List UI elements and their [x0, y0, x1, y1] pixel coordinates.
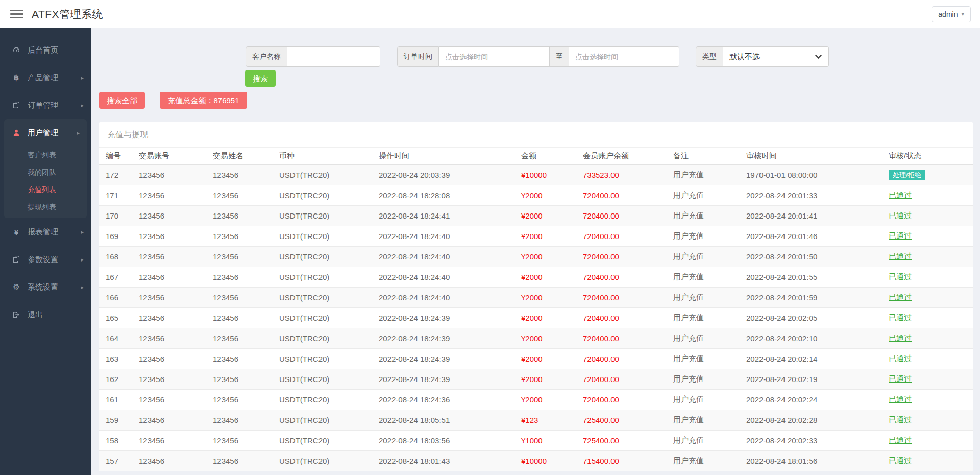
- sidebar-item-label: 后台首页: [28, 45, 84, 55]
- cell-remark: 用户充值: [673, 308, 746, 328]
- order-time-group: 订单时间 至: [397, 46, 679, 67]
- customer-name-group: 客户名称: [246, 46, 380, 67]
- cell-balance: 715400.00: [583, 451, 673, 471]
- sidebar-item-退出[interactable]: 退出: [0, 301, 91, 328]
- column-header: 金额: [521, 148, 583, 165]
- cell-status: 已通过: [889, 431, 973, 451]
- column-header: 交易账号: [139, 148, 213, 165]
- cell-currency: USDT(TRC20): [279, 185, 379, 206]
- cell-op-time: 2022-08-24 18:24:39: [379, 349, 521, 369]
- cell-id: 157: [99, 451, 139, 471]
- status-pass-link[interactable]: 已通过: [889, 436, 912, 444]
- cell-audit-time: 2022-08-24 20:02:28: [746, 410, 889, 431]
- cell-balance: 720400.00: [583, 369, 673, 390]
- cell-id: 165: [99, 308, 139, 328]
- status-pass-link[interactable]: 已通过: [889, 313, 912, 322]
- cell-audit-time: 2022-08-24 20:01:55: [746, 267, 889, 288]
- sidebar-item-产品管理[interactable]: ฿产品管理▸: [0, 64, 91, 91]
- status-pass-link[interactable]: 已通过: [889, 334, 912, 342]
- menu-toggle-icon[interactable]: [10, 10, 23, 18]
- cell-balance: 733523.00: [583, 165, 673, 185]
- cell-currency: USDT(TRC20): [279, 369, 379, 390]
- sidebar-subitem-客户列表[interactable]: 客户列表: [4, 147, 87, 164]
- sidebar-item-label: 退出: [28, 310, 84, 320]
- cell-account: 123456: [139, 185, 213, 206]
- cell-audit-time: 2022-08-24 20:02:24: [746, 390, 889, 410]
- status-action-badge[interactable]: 处理/拒绝: [889, 170, 925, 180]
- cell-id: 171: [99, 185, 139, 206]
- cell-balance: 725400.00: [583, 410, 673, 431]
- user-dropdown[interactable]: admin ▾: [932, 6, 971, 22]
- status-pass-link[interactable]: 已通过: [889, 293, 912, 301]
- customer-name-input[interactable]: [287, 46, 380, 67]
- sidebar-subitem-提现列表[interactable]: 提现列表: [4, 199, 87, 216]
- quick-buttons-row: 搜索全部 充值总金额：876951: [99, 92, 973, 109]
- sidebar-item-后台首页[interactable]: 后台首页: [0, 36, 91, 64]
- filter-row: 客户名称 订单时间 至 类型 默认不选: [99, 46, 973, 67]
- cell-remark: 用户充值: [673, 369, 746, 390]
- status-pass-link[interactable]: 已通过: [889, 231, 912, 240]
- table-row: 162123456123456USDT(TRC20)2022-08-24 18:…: [99, 369, 973, 390]
- cell-audit-time: 2022-08-24 20:02:33: [746, 431, 889, 451]
- sidebar-item-报表管理[interactable]: ¥报表管理▸: [0, 218, 91, 246]
- order-time-start-input[interactable]: [439, 46, 550, 67]
- cell-op-time: 2022-08-24 18:01:43: [379, 451, 521, 471]
- cell-currency: USDT(TRC20): [279, 451, 379, 471]
- status-pass-link[interactable]: 已通过: [889, 211, 912, 220]
- sidebar-item-参数设置[interactable]: 参数设置▸: [0, 246, 91, 273]
- status-pass-link[interactable]: 已通过: [889, 374, 912, 383]
- type-select-value: 默认不选: [729, 52, 760, 62]
- cell-status: 已通过: [889, 410, 973, 431]
- cell-name: 123456: [213, 288, 279, 308]
- status-pass-link[interactable]: 已通过: [889, 456, 912, 465]
- type-select[interactable]: 默认不选: [723, 46, 829, 67]
- chevron-right-icon: ▸: [81, 229, 84, 235]
- sidebar-subitem-充值列表[interactable]: 充值列表: [4, 181, 87, 199]
- table-row: 172123456123456USDT(TRC20)2022-08-24 20:…: [99, 165, 973, 185]
- type-group: 类型 默认不选: [696, 46, 829, 67]
- cell-audit-time: 2022-08-24 20:01:59: [746, 288, 889, 308]
- status-pass-link[interactable]: 已通过: [889, 354, 912, 363]
- cell-amount: ¥2000: [521, 267, 583, 288]
- sidebar-item-系统设置[interactable]: ⚙系统设置▸: [0, 273, 91, 301]
- chevron-right-icon: ▸: [81, 102, 84, 109]
- table-header-row: 编号交易账号交易姓名币种操作时间金额会员账户余额备注审核时间审核/状态: [99, 148, 973, 165]
- select-chevron-icon: [815, 52, 822, 59]
- cell-account: 123456: [139, 308, 213, 328]
- status-pass-link[interactable]: 已通过: [889, 191, 912, 199]
- cell-name: 123456: [213, 390, 279, 410]
- cell-amount: ¥2000: [521, 369, 583, 390]
- cell-op-time: 2022-08-24 18:24:40: [379, 288, 521, 308]
- cell-op-time: 2022-08-24 18:24:40: [379, 247, 521, 267]
- sidebar-subitem-我的团队[interactable]: 我的团队: [4, 164, 87, 181]
- cell-currency: USDT(TRC20): [279, 328, 379, 349]
- cell-currency: USDT(TRC20): [279, 308, 379, 328]
- table-row: 169123456123456USDT(TRC20)2022-08-24 18:…: [99, 226, 973, 247]
- search-all-button[interactable]: 搜索全部: [99, 92, 145, 109]
- cell-balance: 720400.00: [583, 328, 673, 349]
- search-button[interactable]: 搜索: [245, 70, 276, 87]
- cell-amount: ¥2000: [521, 390, 583, 410]
- to-label: 至: [550, 46, 569, 67]
- status-pass-link[interactable]: 已通过: [889, 395, 912, 403]
- cell-id: 166: [99, 288, 139, 308]
- cell-remark: 用户充值: [673, 165, 746, 185]
- cell-status: 已通过: [889, 226, 973, 247]
- total-amount-button[interactable]: 充值总金额：876951: [160, 92, 247, 109]
- cell-id: 164: [99, 328, 139, 349]
- status-pass-link[interactable]: 已通过: [889, 415, 912, 424]
- cell-amount: ¥2000: [521, 247, 583, 267]
- table-row: 171123456123456USDT(TRC20)2022-08-24 18:…: [99, 185, 973, 206]
- order-time-end-input[interactable]: [569, 46, 679, 67]
- table-row: 168123456123456USDT(TRC20)2022-08-24 18:…: [99, 247, 973, 267]
- sidebar-item-用户管理[interactable]: 用户管理▸: [4, 119, 87, 147]
- cell-account: 123456: [139, 328, 213, 349]
- table-row: 163123456123456USDT(TRC20)2022-08-24 18:…: [99, 349, 973, 369]
- cell-audit-time: 2022-08-24 20:02:19: [746, 369, 889, 390]
- sidebar-item-订单管理[interactable]: 订单管理▸: [0, 91, 91, 119]
- status-pass-link[interactable]: 已通过: [889, 252, 912, 260]
- cell-currency: USDT(TRC20): [279, 349, 379, 369]
- status-pass-link[interactable]: 已通过: [889, 272, 912, 281]
- cell-remark: 用户充值: [673, 288, 746, 308]
- cell-balance: 720400.00: [583, 349, 673, 369]
